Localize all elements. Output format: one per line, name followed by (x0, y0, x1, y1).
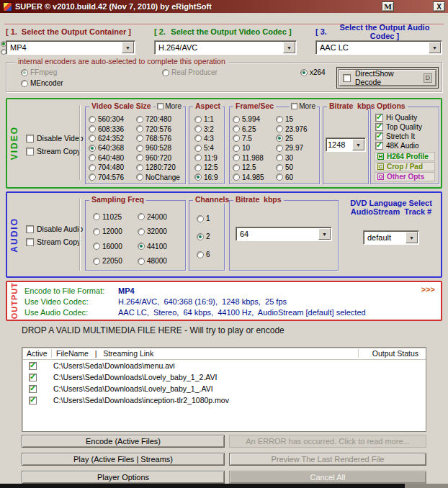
sampling-option[interactable]: 32000 (138, 225, 167, 240)
fps-option[interactable]: 14.985 (233, 172, 264, 181)
encoder-option-ffmpeg[interactable]: FFmpeg (21, 68, 57, 77)
audio-bitrate-group: Bitrate kbps 64 (229, 200, 339, 271)
chevron-down-icon[interactable] (283, 42, 295, 53)
output-audio-row: Use Audio Codec: AAC LC, Stereo, 64 kbps… (24, 307, 419, 317)
sampling-option[interactable]: 11025 (93, 209, 122, 225)
radio-icon (300, 69, 308, 76)
close-button[interactable]: X (433, 1, 445, 12)
encode-button[interactable]: Encode (Active Files) (22, 435, 225, 448)
scale-option[interactable]: 608:336 (89, 124, 124, 133)
channel-option[interactable]: 2 (197, 227, 210, 245)
radio-icon (21, 80, 28, 87)
file-row[interactable]: C:\Users\Seda\Downloads\inception-tlr2_1… (22, 394, 426, 406)
chevron-down-icon[interactable] (352, 139, 364, 150)
scale-option[interactable]: 720:480 (136, 114, 180, 124)
fps-more-checkbox[interactable]: More (290, 102, 317, 110)
channel-option[interactable]: 1 (197, 209, 210, 227)
sampling-option[interactable]: 12000 (93, 225, 122, 240)
aspect-option[interactable]: 11:9 (194, 153, 218, 163)
file-active-checkbox[interactable] (29, 397, 37, 405)
file-row[interactable]: C:\Users\Seda\Downloads\Lovely_baby_1_2.… (22, 371, 426, 383)
audio-codec-select[interactable]: AAC LC (315, 40, 442, 55)
other-opts-button[interactable]: O Other Opts (375, 172, 435, 181)
sampling-option[interactable]: 22050 (93, 254, 122, 269)
radio-icon (194, 154, 202, 161)
sampling-option[interactable]: 48000 (138, 254, 167, 269)
aspect-option[interactable]: 3:2 (194, 124, 218, 133)
radio-icon (233, 145, 240, 152)
fps-option[interactable]: 50 (276, 163, 308, 172)
video-bitrate-select[interactable]: 1248 (326, 137, 366, 152)
file-active-checkbox[interactable] (29, 362, 37, 370)
fps-option[interactable]: 15 (276, 114, 308, 124)
scale-more-checkbox[interactable]: More (156, 102, 183, 110)
scale-option[interactable]: NoChange (136, 172, 180, 181)
video-section-label: VIDEO (7, 99, 22, 187)
scale-option[interactable]: 640:480 (89, 153, 124, 163)
fps-option[interactable]: 12.5 (233, 163, 264, 172)
scale-option[interactable]: 768:576 (136, 134, 180, 143)
fps-option[interactable]: 25 (276, 134, 308, 143)
container-select[interactable]: MP4 (6, 40, 135, 55)
scale-option[interactable]: 960:528 (136, 143, 180, 153)
option-checkbox[interactable]: 48K Audio (375, 141, 422, 150)
chevron-down-icon[interactable] (429, 42, 441, 53)
fps-option[interactable]: 30 (276, 153, 308, 163)
video-stream-copy-checkbox[interactable]: Stream Copy (26, 147, 81, 155)
audio-stream-copy-checkbox[interactable]: Stream Copy (26, 238, 81, 246)
scale-option[interactable]: 960:720 (136, 153, 180, 163)
player-options-button[interactable]: Player Options (22, 471, 225, 484)
audio-track-select[interactable]: default (363, 230, 419, 245)
aspect-option[interactable]: 12:5 (194, 163, 218, 172)
fps-option[interactable]: 29.97 (276, 143, 308, 153)
scale-option[interactable]: 704:480 (89, 163, 124, 172)
fps-option[interactable]: 23.976 (276, 124, 308, 133)
file-active-checkbox[interactable] (29, 374, 37, 381)
scale-option[interactable]: 560:304 (89, 114, 124, 124)
aspect-option[interactable]: 1:1 (194, 114, 218, 124)
encoder-panel-title: internal encoders are auto-selected to c… (15, 57, 228, 65)
disable-video-checkbox[interactable]: Disable Video (26, 134, 84, 143)
chevron-down-icon[interactable] (122, 42, 134, 53)
aspect-option[interactable]: 16:9 (194, 172, 218, 181)
fps-option[interactable]: 60 (276, 172, 308, 181)
file-row[interactable]: C:\Users\Seda\Downloads\menu.avi (22, 360, 426, 371)
encoder-option-realproducer[interactable]: Real Producer (162, 68, 218, 77)
file-row[interactable]: C:\Users\Seda\Downloads\Lovely_baby_1_.A… (22, 383, 426, 394)
aspect-option[interactable]: 5:4 (194, 143, 218, 153)
sampling-option[interactable]: 16000 (93, 239, 122, 254)
scale-option[interactable]: 640:368 (89, 143, 124, 153)
encoder-option-x264[interactable]: x264 (300, 68, 326, 77)
directshow-checkbox[interactable] (343, 74, 351, 82)
fps-option[interactable]: 11.988 (233, 153, 264, 163)
fps-option[interactable]: 7.5 (233, 134, 264, 143)
fps-option[interactable]: 10 (233, 143, 264, 153)
audio-bitrate-select[interactable]: 64 (236, 227, 332, 241)
chevron-down-icon[interactable] (318, 228, 331, 240)
disable-audio-checkbox[interactable]: Disable Audio (26, 225, 83, 233)
h264-profile-button[interactable]: H H264 Profile (375, 152, 435, 161)
sampling-option[interactable]: 24000 (138, 209, 167, 225)
scale-option[interactable]: 1280:720 (136, 163, 180, 172)
crop-pad-button[interactable]: C Crop / Pad (375, 162, 435, 171)
error-status-button[interactable]: An ERROR has occurred. Click to read mor… (229, 435, 426, 448)
chevrons-icon[interactable]: >>> (421, 285, 435, 294)
chevron-down-icon[interactable] (406, 232, 418, 243)
channel-option[interactable]: 6 (197, 245, 210, 263)
scale-option[interactable]: 720:576 (136, 124, 180, 133)
video-codec-select[interactable]: H.264/AVC (154, 40, 297, 55)
file-list[interactable]: Active FileName | Streaming Link Output … (22, 347, 426, 432)
aspect-option[interactable]: 4:3 (194, 134, 218, 143)
fps-option[interactable]: 6.25 (233, 124, 264, 133)
minimize-button[interactable]: M (382, 1, 394, 12)
file-active-checkbox[interactable] (29, 385, 37, 393)
preview-button[interactable]: Preview The Last Rendered File (229, 453, 426, 466)
sampling-option[interactable]: 44100 (138, 239, 167, 254)
scale-option[interactable]: 624:352 (89, 134, 124, 143)
scale-option[interactable]: 704:576 (89, 172, 124, 181)
cancel-all-button[interactable]: Cancel All (229, 471, 426, 484)
fps-option[interactable]: 5.994 (233, 114, 264, 124)
play-button[interactable]: Play (Active Files | Streams) (22, 453, 225, 466)
encoder-option-mencoder[interactable]: MEncoder (21, 78, 63, 88)
directshow-decode-button[interactable]: DirectShow Decode D (336, 67, 439, 89)
